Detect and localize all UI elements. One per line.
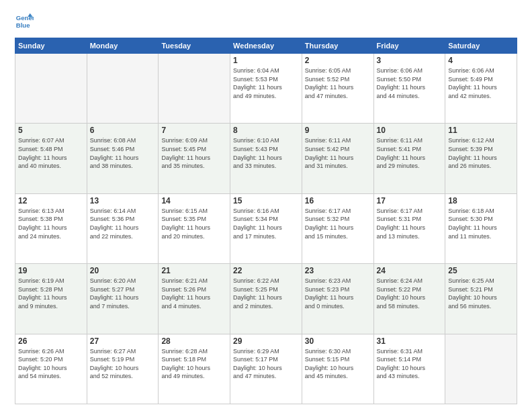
day-info: Sunrise: 6:08 AM Sunset: 5:46 PM Dayligh… bbox=[90, 136, 156, 170]
calendar-day-cell: 13Sunrise: 6:14 AM Sunset: 5:36 PM Dayli… bbox=[87, 193, 159, 263]
day-info: Sunrise: 6:07 AM Sunset: 5:48 PM Dayligh… bbox=[18, 136, 84, 170]
calendar-day-cell: 23Sunrise: 6:23 AM Sunset: 5:23 PM Dayli… bbox=[302, 264, 373, 334]
day-number: 25 bbox=[448, 266, 514, 275]
day-info: Sunrise: 6:17 AM Sunset: 5:31 PM Dayligh… bbox=[377, 207, 443, 240]
day-info: Sunrise: 6:18 AM Sunset: 5:30 PM Dayligh… bbox=[448, 207, 514, 240]
calendar-week-row: 1Sunrise: 6:04 AM Sunset: 5:53 PM Daylig… bbox=[15, 54, 517, 124]
day-info: Sunrise: 6:27 AM Sunset: 5:19 PM Dayligh… bbox=[90, 347, 156, 381]
day-info: Sunrise: 6:24 AM Sunset: 5:22 PM Dayligh… bbox=[377, 277, 443, 310]
day-number: 22 bbox=[233, 266, 299, 275]
day-info: Sunrise: 6:05 AM Sunset: 5:52 PM Dayligh… bbox=[305, 66, 371, 100]
day-number: 10 bbox=[377, 126, 443, 135]
weekday-header-row: SundayMondayTuesdayWednesdayThursdayFrid… bbox=[15, 38, 517, 54]
calendar-week-row: 12Sunrise: 6:13 AM Sunset: 5:38 PM Dayli… bbox=[15, 193, 517, 263]
weekday-header-thursday: Thursday bbox=[302, 38, 373, 54]
day-info: Sunrise: 6:09 AM Sunset: 5:45 PM Dayligh… bbox=[161, 136, 227, 170]
day-number: 13 bbox=[90, 196, 156, 205]
day-info: Sunrise: 6:04 AM Sunset: 5:53 PM Dayligh… bbox=[233, 66, 299, 100]
calendar-day-cell: 27Sunrise: 6:27 AM Sunset: 5:19 PM Dayli… bbox=[87, 334, 159, 404]
day-info: Sunrise: 6:06 AM Sunset: 5:50 PM Dayligh… bbox=[377, 66, 443, 100]
logo: General Blue bbox=[15, 12, 36, 31]
day-number: 9 bbox=[305, 126, 371, 135]
day-info: Sunrise: 6:20 AM Sunset: 5:27 PM Dayligh… bbox=[90, 277, 156, 310]
calendar-day-cell bbox=[15, 54, 87, 124]
calendar-day-cell: 11Sunrise: 6:12 AM Sunset: 5:39 PM Dayli… bbox=[445, 124, 517, 193]
day-info: Sunrise: 6:10 AM Sunset: 5:43 PM Dayligh… bbox=[233, 136, 299, 170]
day-info: Sunrise: 6:25 AM Sunset: 5:21 PM Dayligh… bbox=[448, 277, 514, 310]
day-number: 11 bbox=[448, 126, 514, 135]
calendar-day-cell bbox=[445, 334, 517, 404]
day-number: 4 bbox=[448, 56, 514, 65]
day-number: 17 bbox=[377, 196, 443, 205]
day-info: Sunrise: 6:19 AM Sunset: 5:28 PM Dayligh… bbox=[18, 277, 84, 310]
day-info: Sunrise: 6:23 AM Sunset: 5:23 PM Dayligh… bbox=[305, 277, 371, 310]
day-info: Sunrise: 6:11 AM Sunset: 5:41 PM Dayligh… bbox=[377, 136, 443, 170]
calendar-day-cell: 30Sunrise: 6:30 AM Sunset: 5:15 PM Dayli… bbox=[302, 334, 373, 404]
day-number: 20 bbox=[90, 266, 156, 275]
day-number: 7 bbox=[161, 126, 227, 135]
day-info: Sunrise: 6:17 AM Sunset: 5:32 PM Dayligh… bbox=[305, 207, 371, 240]
day-info: Sunrise: 6:21 AM Sunset: 5:26 PM Dayligh… bbox=[161, 277, 227, 310]
day-number: 27 bbox=[90, 336, 156, 346]
calendar-day-cell: 21Sunrise: 6:21 AM Sunset: 5:26 PM Dayli… bbox=[159, 264, 230, 334]
day-info: Sunrise: 6:26 AM Sunset: 5:20 PM Dayligh… bbox=[18, 347, 84, 381]
weekday-header-friday: Friday bbox=[373, 38, 445, 54]
day-number: 26 bbox=[18, 336, 84, 346]
day-number: 28 bbox=[161, 336, 227, 346]
calendar-day-cell bbox=[87, 54, 159, 124]
day-info: Sunrise: 6:14 AM Sunset: 5:36 PM Dayligh… bbox=[90, 207, 156, 240]
day-info: Sunrise: 6:22 AM Sunset: 5:25 PM Dayligh… bbox=[233, 277, 299, 310]
calendar-day-cell: 9Sunrise: 6:11 AM Sunset: 5:42 PM Daylig… bbox=[302, 124, 373, 193]
day-info: Sunrise: 6:16 AM Sunset: 5:34 PM Dayligh… bbox=[233, 207, 299, 240]
calendar-table: SundayMondayTuesdayWednesdayThursdayFrid… bbox=[15, 38, 517, 404]
calendar-day-cell bbox=[159, 54, 230, 124]
calendar-day-cell: 3Sunrise: 6:06 AM Sunset: 5:50 PM Daylig… bbox=[373, 54, 445, 124]
calendar-day-cell: 4Sunrise: 6:06 AM Sunset: 5:49 PM Daylig… bbox=[445, 54, 517, 124]
calendar-day-cell: 14Sunrise: 6:15 AM Sunset: 5:35 PM Dayli… bbox=[159, 193, 230, 263]
day-number: 2 bbox=[305, 56, 371, 65]
day-number: 24 bbox=[377, 266, 443, 275]
header: General Blue bbox=[15, 12, 517, 31]
calendar-day-cell: 8Sunrise: 6:10 AM Sunset: 5:43 PM Daylig… bbox=[230, 124, 302, 193]
calendar-day-cell: 2Sunrise: 6:05 AM Sunset: 5:52 PM Daylig… bbox=[302, 54, 373, 124]
day-number: 15 bbox=[233, 196, 299, 205]
calendar-week-row: 19Sunrise: 6:19 AM Sunset: 5:28 PM Dayli… bbox=[15, 264, 517, 334]
day-number: 23 bbox=[305, 266, 371, 275]
calendar-day-cell: 31Sunrise: 6:31 AM Sunset: 5:14 PM Dayli… bbox=[373, 334, 445, 404]
calendar-week-row: 26Sunrise: 6:26 AM Sunset: 5:20 PM Dayli… bbox=[15, 334, 517, 404]
calendar-day-cell: 25Sunrise: 6:25 AM Sunset: 5:21 PM Dayli… bbox=[445, 264, 517, 334]
weekday-header-sunday: Sunday bbox=[15, 38, 87, 54]
calendar-day-cell: 26Sunrise: 6:26 AM Sunset: 5:20 PM Dayli… bbox=[15, 334, 87, 404]
weekday-header-monday: Monday bbox=[87, 38, 159, 54]
day-number: 6 bbox=[90, 126, 156, 135]
calendar-day-cell: 28Sunrise: 6:28 AM Sunset: 5:18 PM Dayli… bbox=[159, 334, 230, 404]
calendar-day-cell: 18Sunrise: 6:18 AM Sunset: 5:30 PM Dayli… bbox=[445, 193, 517, 263]
day-number: 16 bbox=[305, 196, 371, 205]
svg-text:Blue: Blue bbox=[16, 21, 30, 29]
day-info: Sunrise: 6:30 AM Sunset: 5:15 PM Dayligh… bbox=[305, 347, 371, 381]
calendar-day-cell: 19Sunrise: 6:19 AM Sunset: 5:28 PM Dayli… bbox=[15, 264, 87, 334]
calendar-day-cell: 22Sunrise: 6:22 AM Sunset: 5:25 PM Dayli… bbox=[230, 264, 302, 334]
day-number: 1 bbox=[233, 56, 299, 65]
calendar-day-cell: 12Sunrise: 6:13 AM Sunset: 5:38 PM Dayli… bbox=[15, 193, 87, 263]
calendar-day-cell: 1Sunrise: 6:04 AM Sunset: 5:53 PM Daylig… bbox=[230, 54, 302, 124]
day-info: Sunrise: 6:11 AM Sunset: 5:42 PM Dayligh… bbox=[305, 136, 371, 170]
day-info: Sunrise: 6:06 AM Sunset: 5:49 PM Dayligh… bbox=[448, 66, 514, 100]
day-info: Sunrise: 6:31 AM Sunset: 5:14 PM Dayligh… bbox=[377, 347, 443, 381]
day-info: Sunrise: 6:13 AM Sunset: 5:38 PM Dayligh… bbox=[18, 207, 84, 240]
day-info: Sunrise: 6:15 AM Sunset: 5:35 PM Dayligh… bbox=[161, 207, 227, 240]
day-number: 14 bbox=[161, 196, 227, 205]
calendar-day-cell: 29Sunrise: 6:29 AM Sunset: 5:17 PM Dayli… bbox=[230, 334, 302, 404]
weekday-header-wednesday: Wednesday bbox=[230, 38, 302, 54]
day-number: 5 bbox=[18, 126, 84, 135]
calendar-day-cell: 16Sunrise: 6:17 AM Sunset: 5:32 PM Dayli… bbox=[302, 193, 373, 263]
calendar-day-cell: 15Sunrise: 6:16 AM Sunset: 5:34 PM Dayli… bbox=[230, 193, 302, 263]
day-info: Sunrise: 6:28 AM Sunset: 5:18 PM Dayligh… bbox=[161, 347, 227, 381]
calendar-day-cell: 24Sunrise: 6:24 AM Sunset: 5:22 PM Dayli… bbox=[373, 264, 445, 334]
weekday-header-saturday: Saturday bbox=[445, 38, 517, 54]
day-number: 8 bbox=[233, 126, 299, 135]
day-info: Sunrise: 6:29 AM Sunset: 5:17 PM Dayligh… bbox=[233, 347, 299, 381]
day-number: 30 bbox=[305, 336, 371, 346]
calendar-day-cell: 6Sunrise: 6:08 AM Sunset: 5:46 PM Daylig… bbox=[87, 124, 159, 193]
calendar-day-cell: 17Sunrise: 6:17 AM Sunset: 5:31 PM Dayli… bbox=[373, 193, 445, 263]
